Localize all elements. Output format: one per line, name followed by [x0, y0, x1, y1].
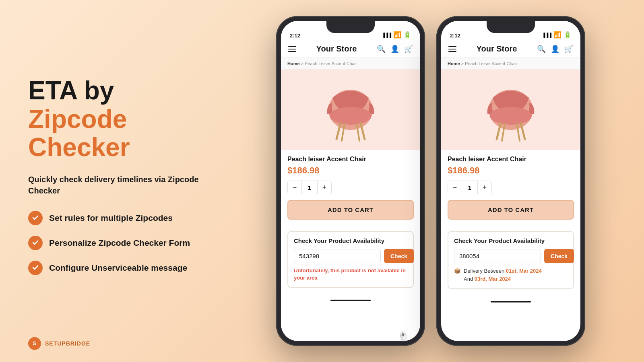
breadcrumb-home-1[interactable]: Home: [287, 61, 300, 66]
status-time-1: 2:12: [290, 33, 300, 39]
zipcode-input-2[interactable]: [454, 249, 541, 263]
delivery-date-2: 03rd, Mar 2024: [475, 276, 511, 282]
check-btn-1[interactable]: Check: [384, 249, 414, 263]
search-icon-2[interactable]: 🔍: [537, 45, 546, 53]
brand-logo: S: [28, 337, 41, 350]
delivery-prefix: Delivery Between: [464, 268, 506, 274]
qty-plus-1[interactable]: +: [318, 181, 331, 194]
product-price-1: $186.98: [287, 165, 414, 176]
feature-item-3: Configure Unserviceable message: [28, 261, 201, 275]
navbar-1: Your Store 🔍 👤 🛒: [281, 40, 420, 58]
title-black: ETA by: [28, 76, 114, 105]
battery-icon-2: 🔋: [564, 31, 572, 39]
product-name-1: Peach leiser Accent Chair: [287, 156, 414, 163]
availability-box-1: Check Your Product Availability Check Un…: [287, 231, 414, 288]
delivery-mid: And: [464, 276, 475, 282]
status-icons-1: ▐▐▐ 📶 🔋: [382, 31, 411, 39]
user-icon-1[interactable]: 👤: [390, 45, 399, 53]
feature-item-1: Set rules for multiple Zipcodes: [28, 211, 201, 225]
check-icon-2: [28, 236, 43, 250]
breadcrumb-2: Home > Peach Leiser Accent Chair: [441, 58, 580, 70]
qty-minus-1[interactable]: −: [288, 181, 301, 194]
cart-icon-1[interactable]: 🛒: [404, 45, 413, 53]
qty-value-1: 1: [301, 181, 318, 194]
product-info-2: Peach leiser Accent Chair $186.98 − 1 + …: [441, 150, 580, 231]
product-name-2: Peach leiser Accent Chair: [448, 156, 574, 163]
hamburger-icon-2[interactable]: [448, 46, 456, 52]
main-title: ETA by Zipcode Checker: [28, 76, 201, 161]
qty-row-1: − 1 +: [287, 181, 332, 194]
qty-row-2: − 1 +: [448, 181, 492, 194]
breadcrumb-path-2: > Peach Leiser Accent Chair: [461, 61, 517, 66]
breadcrumb-1: Home > Peach Leiser Accent Chair: [281, 58, 420, 70]
add-to-cart-1[interactable]: ADD TO CART: [287, 200, 414, 220]
nav-icons-1: 🔍 👤 🛒: [377, 45, 413, 53]
battery-icon-1: 🔋: [403, 31, 411, 39]
zipcode-row-1: Check: [294, 249, 407, 263]
feature-item-2: Personalize Zipcode Checker Form: [28, 236, 201, 250]
store-name-1: Your Store: [316, 44, 357, 53]
subtitle: Quickly check delivery timelines via Zip…: [28, 174, 201, 196]
status-time-2: 2:12: [450, 33, 460, 39]
chair-svg-2: [479, 76, 543, 144]
home-indicator-1: [281, 294, 420, 306]
nav-icons-2: 🔍 👤 🛒: [537, 45, 573, 53]
delivery-text: Delivery Between 01st, Mar 2024 And 03rd…: [464, 267, 542, 283]
delivery-truck-icon: 📦: [454, 267, 460, 275]
availability-box-2: Check Your Product Availability Check 📦 …: [448, 231, 574, 289]
signal-icon-1: ▐▐▐: [382, 33, 391, 37]
product-image-1: [281, 70, 420, 150]
signal-icon-2: ▐▐▐: [542, 33, 551, 37]
wifi-icon-2: 📶: [553, 31, 561, 39]
phones-container: 2:12 ▐▐▐ 📶 🔋 Your Store 🔍 👤 🛒: [225, 8, 644, 354]
breadcrumb-home-2[interactable]: Home: [448, 61, 460, 66]
home-bar-1: [330, 300, 371, 301]
phone-1: 2:12 ▐▐▐ 📶 🔋 Your Store 🔍 👤 🛒: [276, 16, 425, 346]
notch-1: [326, 21, 375, 33]
delivery-date-1: 01st, Mar 2024: [506, 268, 542, 274]
check-icon-1: [28, 211, 43, 225]
svg-point-7: [490, 107, 532, 125]
chair-svg-1: [318, 76, 383, 144]
avail-title-1: Check Your Product Availability: [294, 237, 407, 244]
avail-title-2: Check Your Product Availability: [454, 237, 568, 244]
add-to-cart-2[interactable]: ADD TO CART: [448, 200, 574, 220]
delivery-msg-2: 📦 Delivery Between 01st, Mar 2024 And 03…: [454, 267, 568, 283]
cursor-1: 🖱️: [397, 331, 410, 343]
qty-minus-2[interactable]: −: [448, 181, 462, 194]
cart-icon-2[interactable]: 🛒: [564, 45, 573, 53]
wifi-icon-1: 📶: [393, 31, 401, 39]
hamburger-icon-1[interactable]: [288, 46, 296, 52]
check-btn-2[interactable]: Check: [544, 249, 574, 263]
zipcode-row-2: Check: [454, 249, 568, 263]
search-icon-1[interactable]: 🔍: [377, 45, 386, 53]
feature-list: Set rules for multiple Zipcodes Personal…: [28, 211, 201, 275]
product-info-1: Peach leiser Accent Chair $186.98 − 1 + …: [281, 150, 420, 231]
user-icon-2[interactable]: 👤: [551, 45, 559, 53]
left-panel: ETA by Zipcode Checker Quickly check del…: [0, 52, 225, 309]
brand-name: SETUPBRIDGE: [45, 340, 90, 347]
home-indicator-2: [441, 296, 580, 308]
qty-plus-2[interactable]: +: [478, 181, 491, 194]
navbar-2: Your Store 🔍 👤 🛒: [441, 40, 580, 58]
zipcode-input-1[interactable]: [294, 249, 381, 263]
svg-point-1: [330, 107, 372, 125]
product-image-2: [441, 70, 580, 150]
title-orange: Zipcode Checker: [28, 105, 130, 162]
breadcrumb-path-1: > Peach Leiser Accent Chair: [301, 61, 357, 66]
notch-2: [487, 21, 535, 33]
status-icons-2: ▐▐▐ 📶 🔋: [542, 31, 572, 39]
home-bar-2: [491, 301, 531, 302]
phone-screen-1: 2:12 ▐▐▐ 📶 🔋 Your Store 🔍 👤 🛒: [281, 21, 420, 341]
qty-value-2: 1: [462, 181, 478, 194]
product-price-2: $186.98: [448, 165, 574, 176]
store-name-2: Your Store: [477, 44, 517, 53]
phone-screen-2: 2:12 ▐▐▐ 📶 🔋 Your Store 🔍 👤 🛒: [441, 21, 580, 341]
phone-2: 2:12 ▐▐▐ 📶 🔋 Your Store 🔍 👤 🛒: [436, 16, 585, 346]
brand-footer: S SETUPBRIDGE: [28, 337, 90, 350]
check-icon-3: [28, 261, 43, 275]
unavail-msg-1: Unfortunately, this product is not avail…: [294, 267, 407, 282]
